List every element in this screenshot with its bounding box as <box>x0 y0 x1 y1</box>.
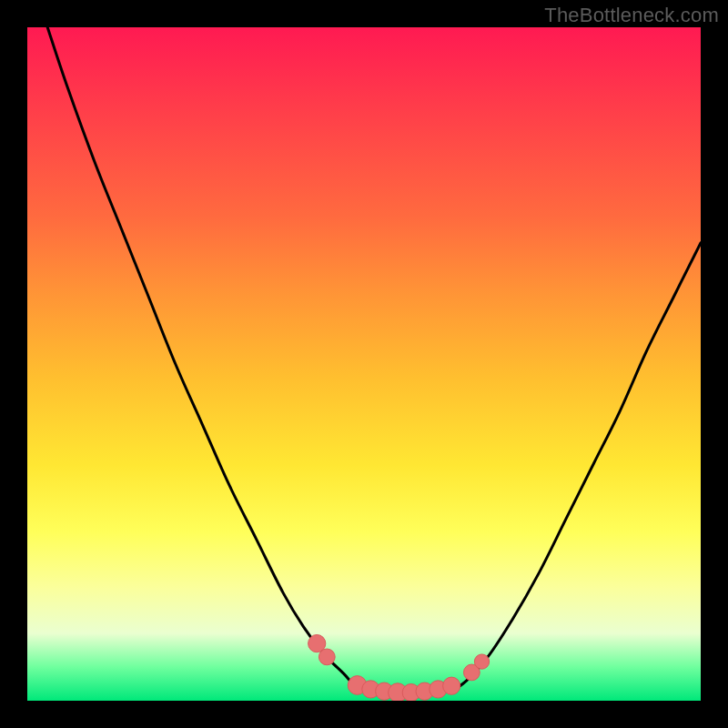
bottleneck-curve <box>47 27 701 694</box>
curve-layer <box>27 27 701 701</box>
chart-frame: TheBottleneck.com <box>0 0 728 728</box>
watermark-label: TheBottleneck.com <box>544 4 719 27</box>
plot-area <box>27 27 701 701</box>
valley-marker <box>318 649 335 665</box>
valley-markers <box>308 634 490 701</box>
bottleneck-curve-path <box>47 27 701 694</box>
valley-marker <box>443 677 460 694</box>
valley-marker <box>474 654 489 669</box>
